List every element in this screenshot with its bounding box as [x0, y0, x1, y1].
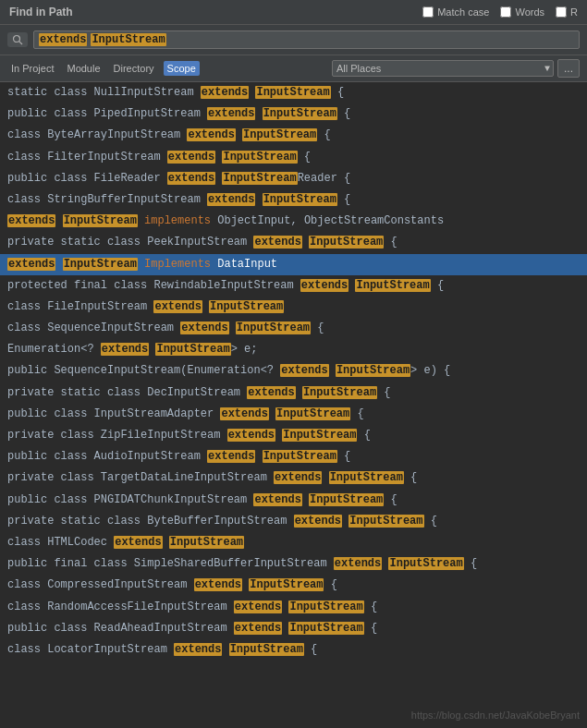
toolbar-options: Match case Words R — [422, 6, 578, 18]
result-suffix — [138, 214, 144, 227]
result-line[interactable]: public class AudioInputStream extends In… — [0, 446, 587, 467]
highlight-inputstream: InputStream — [255, 86, 330, 99]
result-suffix: Reader { — [298, 172, 351, 185]
result-line[interactable]: class StringBufferInputStream extends In… — [0, 189, 587, 211]
result-line[interactable]: extends InputStream implements ObjectInp… — [0, 211, 587, 232]
match-case-option[interactable]: Match case — [422, 6, 489, 18]
result-suffix: { — [404, 471, 417, 484]
regex-checkbox[interactable] — [556, 6, 567, 18]
result-suffix: DataInput — [211, 258, 277, 271]
highlight-inputstream: InputStream — [229, 643, 304, 656]
match-case-checkbox[interactable] — [422, 6, 434, 18]
result-line[interactable]: class LocatorInputStream extends InputSt… — [0, 639, 587, 661]
highlight-inputstream: InputStream — [155, 343, 230, 356]
highlight-extends: extends — [7, 214, 55, 227]
result-line[interactable]: public class PNGIDATChunkInputStream ext… — [0, 490, 587, 511]
tab-module[interactable]: Module — [63, 61, 104, 76]
highlight-extends: extends — [253, 493, 301, 506]
search-field-display[interactable]: extends InputStream — [33, 30, 580, 49]
scope-options-button[interactable]: ... — [557, 59, 580, 78]
result-prefix: public final class SimpleSharedBufferInp… — [7, 557, 334, 570]
result-line[interactable]: class RandomAccessFileInputStream extend… — [0, 597, 587, 618]
result-suffix: { — [384, 493, 397, 506]
result-suffix: ObjectInput, ObjectStreamConstants — [211, 214, 444, 227]
result-line[interactable]: private class TargetDataLineInputStream … — [0, 467, 587, 489]
result-prefix: Enumeration<? — [7, 343, 101, 356]
result-line[interactable]: class ByteArrayInputStream extends Input… — [0, 125, 587, 146]
highlight-extends: extends — [274, 471, 322, 484]
window-title: Find in Path — [9, 6, 73, 18]
result-line[interactable]: public class InputStreamAdapter extends … — [0, 404, 587, 425]
words-option[interactable]: Words — [500, 6, 544, 18]
words-checkbox[interactable] — [500, 6, 511, 18]
highlight-inputstream: InputStream — [288, 622, 363, 635]
highlight-inputstream: InputStream — [302, 386, 377, 399]
highlight-extends: extends — [280, 364, 328, 377]
regex-label: R — [570, 6, 578, 18]
highlight-extends: extends — [207, 193, 255, 206]
highlight-extends: extends — [227, 429, 275, 442]
highlight-inputstream: InputStream — [329, 471, 404, 484]
highlight-extends: extends — [300, 279, 349, 292]
result-suffix — [138, 258, 144, 271]
result-prefix: private static class ByteBufferInputStre… — [7, 515, 294, 528]
result-line[interactable]: private static class ByteBufferInputStre… — [0, 511, 587, 532]
svg-point-0 — [14, 36, 20, 42]
result-line[interactable]: class FileInputStream extends InputStrea… — [0, 297, 587, 318]
result-suffix: { — [357, 429, 370, 442]
result-prefix: class CompressedInputStream — [7, 578, 194, 591]
highlight-inputstream: InputStream — [242, 128, 317, 141]
highlight-inputstream: InputStream — [349, 515, 423, 528]
highlight-extends: extends — [167, 151, 215, 164]
highlight-inputstream: InputStream — [288, 601, 363, 613]
tab-scope[interactable]: Scope — [164, 61, 200, 76]
result-prefix: public class ReadAheadInputStream — [7, 622, 234, 635]
result-line[interactable]: Enumeration<? extends InputStream> e; — [0, 339, 587, 360]
result-suffix: { — [384, 236, 397, 249]
highlight-inputstream: InputStream — [263, 450, 337, 463]
result-suffix: > e) { — [410, 364, 450, 377]
result-line[interactable]: public class FileReader extends InputStr… — [0, 168, 587, 189]
result-suffix: { — [431, 279, 444, 292]
result-suffix: { — [337, 107, 350, 120]
result-line[interactable]: public class PipedInputStream extends In… — [0, 103, 587, 125]
result-prefix: public class PipedInputStream — [7, 107, 207, 120]
scope-dropdown[interactable]: All Places Project Files Project Product… — [332, 60, 554, 77]
result-line[interactable]: public final class SimpleSharedBufferInp… — [0, 553, 587, 575]
highlight-inputstream: InputStream — [249, 578, 324, 591]
result-line[interactable]: private static class PeekInputStream ext… — [0, 232, 587, 253]
highlight-extends: extends — [253, 236, 301, 249]
regex-option[interactable]: R — [556, 6, 578, 18]
result-suffix: { — [424, 515, 437, 528]
keyword-implements: Implements — [144, 258, 211, 271]
highlight-extends: extends — [167, 172, 215, 185]
result-line[interactable]: class FilterInputStream extends InputStr… — [0, 147, 587, 168]
tab-in-project[interactable]: In Project — [7, 61, 57, 76]
result-prefix: class FilterInputStream — [7, 151, 167, 164]
highlight-inputstream: InputStream — [336, 364, 410, 377]
highlight-extends: extends — [220, 407, 268, 420]
result-prefix: public SequenceInputStream(Enumeration<? — [7, 364, 280, 377]
result-line[interactable]: protected final class RewindableInputStr… — [0, 275, 587, 297]
highlight-extends: extends — [180, 322, 228, 334]
highlight-extends: extends — [194, 578, 242, 591]
result-prefix: class SequenceInputStream — [7, 322, 180, 334]
highlight-inputstream: InputStream — [355, 279, 430, 292]
search-highlight-inputstream: InputStream — [91, 33, 165, 46]
result-line[interactable]: extends InputStream Implements DataInput — [0, 254, 587, 275]
result-line[interactable]: private static class DecInputStream exte… — [0, 382, 587, 404]
result-line[interactable]: private class ZipFileInputStream extends… — [0, 425, 587, 446]
result-line[interactable]: static class NullInputStream extends Inp… — [0, 82, 587, 103]
scope-dropdown-container: All Places Project Files Project Product… — [332, 60, 554, 77]
highlight-extends: extends — [207, 450, 255, 463]
tab-directory[interactable]: Directory — [110, 61, 158, 76]
result-line[interactable]: public SequenceInputStream(Enumeration<?… — [0, 360, 587, 382]
result-line[interactable]: public class ReadAheadInputStream extend… — [0, 618, 587, 639]
search-highlight-extends: extends — [39, 33, 87, 46]
result-line[interactable]: class SequenceInputStream extends InputS… — [0, 318, 587, 339]
result-suffix: { — [337, 450, 350, 463]
result-suffix: { — [324, 578, 336, 591]
highlight-extends: extends — [247, 386, 295, 399]
result-line[interactable]: class HTMLCodec extends InputStream — [0, 532, 587, 553]
result-line[interactable]: class CompressedInputStream extends Inpu… — [0, 575, 587, 596]
